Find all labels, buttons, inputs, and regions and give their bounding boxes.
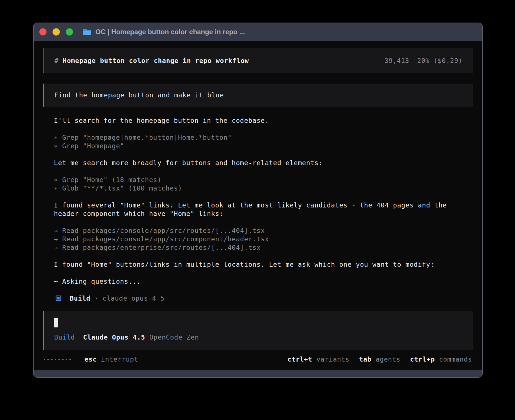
agent-name: Build bbox=[70, 294, 90, 303]
hint-interrupt: esc interrupt bbox=[84, 355, 138, 364]
minimize-button[interactable] bbox=[53, 28, 60, 36]
spinner-dots bbox=[44, 359, 71, 360]
tool-call: ∗ Grep "homepage|home.*button|Home.*butt… bbox=[54, 133, 472, 142]
tool-call-text: Grep "Home" (18 matches) bbox=[62, 176, 162, 183]
hint-key: tab bbox=[359, 356, 372, 363]
user-message: Find the homepage button and make it blu… bbox=[43, 84, 473, 107]
tool-call: → Read packages/enterprise/src/routes/[.… bbox=[54, 243, 472, 252]
tool-call-text: Grep "homepage|home.*button|Home.*button… bbox=[62, 134, 232, 141]
session-hash: # bbox=[54, 57, 59, 64]
tool-marker: ∗ bbox=[54, 176, 58, 183]
hint-key: esc bbox=[84, 356, 97, 363]
session-header: # Homepage button color change in repo w… bbox=[43, 48, 473, 73]
hint-agents: tab agents bbox=[359, 355, 401, 364]
read-arrow-icon: → bbox=[54, 235, 58, 243]
tool-call-group: → Read packages/console/app/src/routes/[… bbox=[54, 226, 472, 252]
session-cost: ($0.29) bbox=[433, 57, 462, 64]
tool-marker: ∗ bbox=[54, 142, 58, 150]
hint-label: agents bbox=[376, 356, 400, 363]
terminal-window: OC | Homepage button color change in rep… bbox=[33, 23, 483, 378]
traffic-lights bbox=[39, 28, 73, 36]
hint-label: interrupt bbox=[101, 356, 138, 363]
window-bottom-strip bbox=[34, 370, 482, 377]
assistant-paragraph: I found "Home" buttons/links in multiple… bbox=[54, 260, 472, 269]
hint-label: variants bbox=[317, 356, 350, 363]
prompt-input[interactable]: Build Claude Opus 4.5 OpenCode Zen bbox=[43, 311, 473, 350]
tool-call: ∗ Grep "Homepage" bbox=[54, 142, 472, 150]
titlebar: OC | Homepage button color change in rep… bbox=[34, 23, 482, 41]
read-arrow-icon: → bbox=[54, 227, 58, 234]
hint-variants: ctrl+t variants bbox=[287, 355, 350, 364]
hint-key: ctrl+t bbox=[287, 356, 312, 363]
hint-commands: ctrl+p commands bbox=[410, 355, 472, 364]
session-title-line: # Homepage button color change in repo w… bbox=[54, 56, 249, 65]
tool-marker: ∗ bbox=[54, 134, 58, 141]
input-mode-line: Build Claude Opus 4.5 OpenCode Zen bbox=[54, 333, 462, 342]
input-mode: Build bbox=[54, 333, 75, 342]
terminal-content: # Homepage button color change in repo w… bbox=[34, 41, 482, 370]
assistant-paragraph: I'll search for the homepage button in t… bbox=[54, 116, 472, 125]
tool-call-group: ∗ Grep "homepage|home.*button|Home.*butt… bbox=[54, 133, 472, 150]
tool-call-group: ∗ Grep "Home" (18 matches) ∗ Glob "**/*.… bbox=[54, 176, 472, 193]
folder-icon bbox=[82, 28, 92, 36]
agent-status-line: Build · claude-opus-4-5 bbox=[54, 294, 472, 303]
zoom-button[interactable] bbox=[66, 28, 73, 36]
tool-call: → Read packages/console/app/src/componen… bbox=[54, 235, 472, 243]
assistant-transcript: I'll search for the homepage button in t… bbox=[43, 116, 473, 303]
tool-call-text: Grep "Homepage" bbox=[62, 142, 124, 150]
tool-call-text: Read packages/console/app/src/routes/[..… bbox=[62, 227, 265, 234]
session-title: Homepage button color change in repo wor… bbox=[63, 57, 249, 64]
close-button[interactable] bbox=[39, 28, 47, 36]
input-provider: OpenCode Zen bbox=[149, 333, 199, 342]
working-status: ~ Asking questions... bbox=[54, 277, 472, 286]
model-id: claude-opus-4-5 bbox=[102, 294, 165, 303]
tool-marker: ∗ bbox=[54, 185, 58, 192]
user-message-text: Find the homepage button and make it blu… bbox=[54, 91, 224, 99]
tool-call: ∗ Grep "Home" (18 matches) bbox=[54, 176, 472, 184]
tool-call-text: Read packages/enterprise/src/routes/[...… bbox=[62, 244, 261, 251]
status-bar-right: ctrl+t variants tab agents ctrl+p comman… bbox=[278, 355, 472, 364]
tool-call: → Read packages/console/app/src/routes/[… bbox=[54, 226, 472, 235]
status-bar: esc interrupt ctrl+t variants tab agents… bbox=[43, 355, 473, 364]
assistant-paragraph: I found several "Home" links. Let me loo… bbox=[54, 201, 472, 218]
assistant-paragraph: Let me search more broadly for buttons a… bbox=[54, 159, 472, 167]
token-count: 39,413 bbox=[385, 57, 409, 64]
context-percent: 20% bbox=[417, 57, 430, 64]
read-arrow-icon: → bbox=[54, 244, 58, 251]
session-meta: 39,41320%($0.29) bbox=[385, 56, 462, 65]
tool-call-text: Read packages/console/app/src/component/… bbox=[62, 235, 269, 243]
tool-call-text: Glob "**/*.tsx" (100 matches) bbox=[62, 185, 182, 192]
input-model: Claude Opus 4.5 bbox=[83, 333, 145, 342]
window-title: OC | Homepage button color change in rep… bbox=[95, 28, 245, 36]
hint-key: ctrl+p bbox=[410, 356, 435, 363]
text-cursor bbox=[54, 318, 58, 327]
hint-label: commands bbox=[439, 356, 472, 363]
build-agent-icon bbox=[56, 296, 61, 301]
separator-dot: · bbox=[94, 294, 99, 303]
status-bar-left: esc interrupt bbox=[44, 355, 138, 364]
tool-call: ∗ Glob "**/*.tsx" (100 matches) bbox=[54, 184, 472, 193]
